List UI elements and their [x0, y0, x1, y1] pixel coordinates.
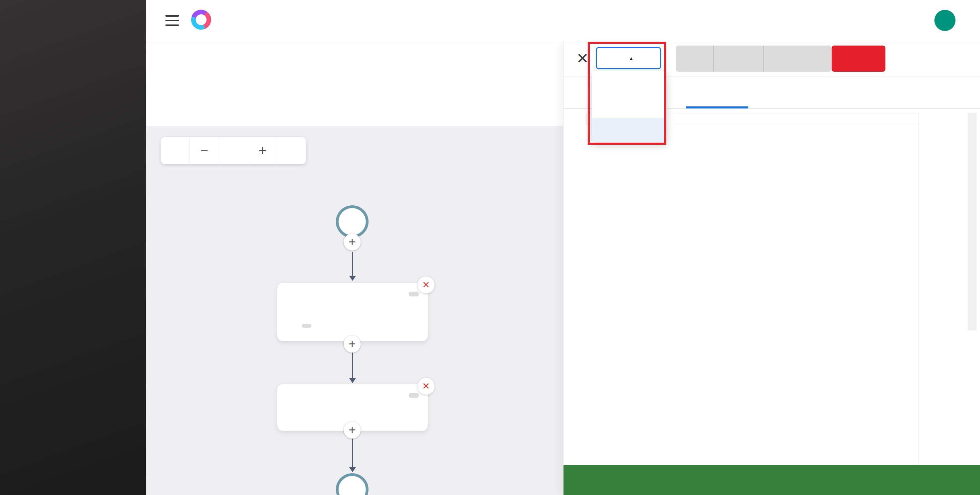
editor-minimap[interactable]	[918, 113, 966, 465]
task-type-badge	[409, 292, 419, 297]
remove-task-button[interactable]: ✕	[417, 276, 435, 294]
user-avatar[interactable]	[934, 10, 956, 31]
top-header	[146, 0, 980, 41]
task-node-http[interactable]: ✕	[277, 283, 428, 341]
link-request-demo[interactable]	[559, 0, 576, 41]
menu-item-latest-version[interactable]	[592, 71, 666, 95]
task-type-badge	[409, 393, 419, 398]
link-icon	[288, 321, 297, 330]
problems-status-bar	[563, 465, 980, 495]
link-join-slack[interactable]	[799, 0, 817, 41]
add-task-button[interactable]: +	[344, 422, 361, 439]
zoom-level	[219, 137, 248, 164]
task-endpoint-row	[288, 321, 316, 330]
calendar-icon	[160, 105, 172, 117]
editor-scrollbar[interactable]	[968, 113, 977, 330]
zoom-in-button[interactable]: +	[248, 137, 277, 164]
hamburger-menu-icon[interactable]	[165, 13, 179, 28]
edge-start-http	[352, 252, 353, 276]
slack-icon	[799, 14, 811, 27]
link-documentation[interactable]	[682, 0, 700, 41]
menu-item-version-2[interactable]	[592, 118, 666, 142]
home-icon	[169, 145, 181, 156]
sidebar	[0, 0, 146, 495]
active-tab-underline	[686, 106, 748, 108]
version-selector[interactable]: ▲	[596, 47, 661, 69]
open-problems-button[interactable]	[951, 474, 968, 485]
workflow-heading	[146, 41, 563, 126]
person-icon	[160, 92, 172, 103]
canvas-zoom-toolbar: − +	[161, 137, 306, 164]
edge-http-simple	[352, 352, 353, 378]
orkes-logo-mark	[190, 8, 212, 32]
chevron-up-icon: ▲	[629, 56, 634, 61]
laptop-icon	[559, 14, 571, 27]
books-icon	[682, 14, 695, 27]
chevron-up-icon	[951, 474, 962, 485]
owner-row	[160, 92, 177, 103]
close-panel-button[interactable]: ✕	[574, 49, 592, 67]
status-message-group	[575, 473, 597, 487]
workflow-canvas[interactable]: − + + ✕ + ✕ +	[146, 126, 563, 495]
add-task-button[interactable]: +	[344, 336, 361, 352]
reset-button[interactable]	[713, 46, 763, 72]
delete-button[interactable]	[832, 46, 885, 72]
fit-view-button[interactable]	[277, 137, 306, 164]
edge-simple-end	[352, 439, 353, 468]
help-circle-icon	[332, 14, 344, 27]
save-button[interactable]	[676, 46, 713, 72]
menu-item-version-1[interactable]	[592, 95, 666, 118]
home-button[interactable]	[161, 137, 189, 164]
info-icon	[575, 473, 590, 487]
app-root: − + + ✕ + ✕ +	[0, 0, 980, 495]
remove-task-button[interactable]: ✕	[417, 378, 435, 395]
tab-code[interactable]	[686, 77, 752, 109]
http-method-badge	[302, 324, 311, 328]
chevron-down-icon[interactable]	[960, 17, 969, 25]
end-node[interactable]	[336, 473, 369, 495]
start-node[interactable]	[336, 205, 369, 238]
orkes-logo[interactable]	[190, 8, 216, 32]
version-dropdown-menu	[592, 71, 666, 142]
toolbar-button-group	[676, 46, 832, 72]
download-button[interactable]	[763, 46, 832, 72]
add-task-button[interactable]: +	[344, 233, 361, 251]
link-get-started[interactable]	[332, 0, 350, 41]
fit-view-icon	[286, 145, 298, 156]
zoom-out-button[interactable]: −	[189, 137, 219, 164]
code-editor[interactable]	[563, 113, 980, 465]
updated-row	[160, 105, 177, 117]
